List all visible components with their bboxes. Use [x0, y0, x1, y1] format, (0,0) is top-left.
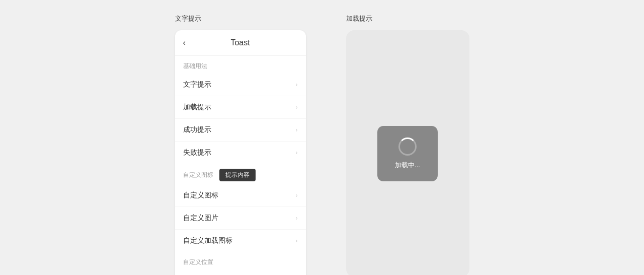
phone-preview: 加载中...	[346, 30, 469, 275]
chevron-icon: ›	[296, 104, 298, 111]
basic-group: 文字提示 › 加载提示 › 成功提示 › 失败提示 ›	[175, 74, 306, 164]
custom-icon-header: 自定义图标 提示内容	[175, 164, 306, 184]
left-section-title: 文字提示	[175, 14, 306, 23]
right-section: 加载提示 加载中...	[346, 14, 469, 275]
phone-header: ‹ Toast	[175, 30, 306, 56]
group-label-basic: 基础用法	[175, 56, 306, 74]
menu-item-text-toast[interactable]: 文字提示 ›	[175, 74, 306, 96]
loading-text: 加载中...	[395, 161, 420, 170]
toast-loading-card: 加载中...	[377, 126, 438, 181]
left-phone-card: ‹ Toast 基础用法 文字提示 › 加载提示 › 成功提示 › 失败提示 ›	[175, 30, 306, 275]
back-button[interactable]: ‹	[183, 38, 186, 47]
menu-item-loading-toast[interactable]: 加载提示 ›	[175, 96, 306, 119]
chevron-icon: ›	[296, 149, 298, 156]
chevron-icon: ›	[296, 237, 298, 244]
phone-title: Toast	[230, 38, 250, 47]
menu-item-fail-toast[interactable]: 失败提示 ›	[175, 142, 306, 164]
custom-position-group: 顶部展示 › 底部展示 ›	[175, 269, 306, 275]
left-section: 文字提示 ‹ Toast 基础用法 文字提示 › 加载提示 › 成功提示 › 失…	[175, 14, 306, 275]
chevron-icon: ›	[296, 126, 298, 133]
chevron-icon: ›	[296, 215, 298, 222]
right-section-title: 加载提示	[346, 14, 469, 23]
loading-spinner-icon	[398, 138, 417, 156]
custom-icon-group: 自定义图标 › 自定义图片 › 自定义加载图标 ›	[175, 184, 306, 252]
chevron-icon: ›	[296, 192, 298, 199]
group-label-custom-icon: 自定义图标	[183, 171, 213, 179]
menu-item-custom-image[interactable]: 自定义图片 ›	[175, 207, 306, 230]
menu-item-success-toast[interactable]: 成功提示 ›	[175, 119, 306, 142]
menu-item-custom-loading-icon[interactable]: 自定义加载图标 ›	[175, 230, 306, 252]
group-label-custom-position: 自定义位置	[175, 252, 306, 269]
menu-item-custom-icon[interactable]: 自定义图标 ›	[175, 184, 306, 207]
tab-content-button[interactable]: 提示内容	[219, 169, 256, 181]
menu-item-top-display[interactable]: 顶部展示 ›	[175, 269, 306, 275]
chevron-icon: ›	[296, 81, 298, 88]
